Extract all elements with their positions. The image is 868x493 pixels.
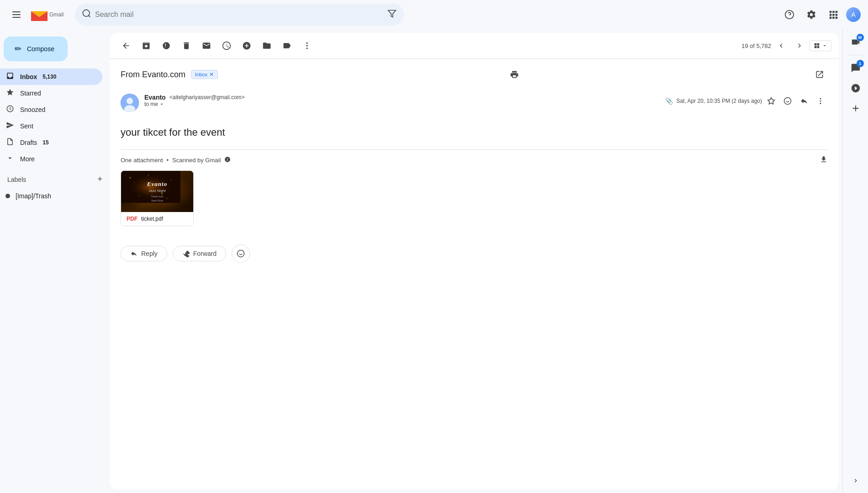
labels-heading: Labels + (0, 171, 110, 188)
right-panel-chat-icon[interactable]: 1 (847, 59, 865, 77)
to-me[interactable]: to me (144, 101, 660, 107)
svg-point-17 (306, 45, 307, 46)
settings-icon[interactable] (802, 5, 820, 24)
scanned-label: Scanned by Gmail (172, 157, 221, 164)
attachment-section: One attachment • Scanned by Gmail (121, 149, 828, 226)
svg-point-27 (784, 98, 791, 105)
paper-clip-icon: 📎 (665, 97, 673, 105)
menu-icon[interactable] (7, 5, 26, 24)
add-label-icon[interactable]: + (97, 175, 102, 184)
svg-rect-20 (817, 43, 820, 46)
reply-inline-button[interactable] (797, 94, 811, 108)
label-button[interactable] (278, 37, 296, 55)
search-filter-icon[interactable] (387, 9, 397, 21)
ticket-brand: Evanto (147, 180, 167, 188)
chat-badge: 1 (857, 60, 864, 67)
svg-point-41 (238, 250, 244, 257)
snooze-button[interactable] (217, 37, 236, 55)
info-icon[interactable] (224, 156, 231, 164)
avatar[interactable]: A (846, 7, 861, 22)
inbox-badge[interactable]: Inbox ✕ (191, 70, 218, 79)
email-from-header: From Evanto.com Inbox ✕ (110, 59, 839, 86)
gmail-logo: Gmail (31, 8, 68, 21)
view-toggle-button[interactable] (810, 40, 831, 51)
sender-email: <aitelghariyasser@gmail.com> (169, 94, 245, 101)
right-panel-expand-icon[interactable] (848, 473, 863, 489)
svg-point-35 (130, 177, 131, 179)
svg-rect-8 (836, 11, 838, 13)
reply-button[interactable]: Reply (121, 246, 167, 261)
sidebar-item-label: Sent (20, 122, 33, 130)
draft-icon (5, 138, 15, 148)
compose-button[interactable]: ✏ Compose (4, 37, 68, 61)
move-to-button[interactable] (258, 37, 276, 55)
sidebar: ✏ Compose Inbox 5,130 Starred (0, 29, 110, 493)
svg-rect-12 (830, 17, 832, 19)
svg-rect-19 (815, 43, 817, 46)
email-toolbar: 19 of 5,782 (110, 33, 839, 59)
svg-rect-2 (12, 17, 21, 18)
forward-button[interactable]: Forward (173, 246, 226, 261)
print-button[interactable] (506, 66, 523, 83)
attachment-preview: Evanto Jazz Night Ticket InfoSeat Row (121, 171, 193, 212)
back-button[interactable] (117, 37, 135, 55)
attachment-filename: ticket.pdf (141, 216, 163, 222)
sidebar-item-label: Drafts (20, 139, 37, 146)
svg-rect-9 (830, 14, 832, 16)
right-panel: M 1 (842, 29, 868, 493)
inbox-count: 5,130 (42, 74, 56, 80)
sidebar-item-more[interactable]: More (0, 151, 102, 167)
close-badge-icon[interactable]: ✕ (209, 71, 214, 78)
search-input[interactable] (95, 11, 384, 19)
sidebar-item-snoozed[interactable]: Snoozed (0, 101, 102, 118)
attachment-card[interactable]: Evanto Jazz Night Ticket InfoSeat Row PD… (121, 170, 194, 226)
right-panel-spaces-icon[interactable] (847, 79, 865, 97)
add-task-button[interactable] (238, 37, 256, 55)
sidebar-item-drafts[interactable]: Drafts 15 (0, 134, 102, 151)
more-actions-button[interactable] (298, 37, 316, 55)
svg-marker-26 (768, 98, 775, 104)
email-content: From Evanto.com Inbox ✕ (110, 59, 839, 489)
sidebar-item-label: Inbox (20, 73, 37, 80)
star-icon (5, 88, 15, 98)
pdf-icon: PDF (127, 216, 138, 222)
next-email-button[interactable] (791, 37, 808, 54)
emoji-reaction-button[interactable] (780, 94, 795, 108)
sidebar-item-starred[interactable]: Starred (0, 85, 102, 101)
delete-button[interactable] (177, 37, 196, 55)
sidebar-item-inbox[interactable]: Inbox 5,130 (0, 69, 102, 85)
attachment-label: One attachment (121, 157, 163, 164)
email-main-area: 19 of 5,782 From Evant (110, 33, 839, 489)
svg-rect-0 (12, 11, 21, 12)
mark-unread-button[interactable] (197, 37, 216, 55)
right-panel-add-icon[interactable] (847, 99, 865, 117)
help-icon[interactable] (780, 5, 799, 24)
report-spam-button[interactable] (157, 37, 175, 55)
svg-text:Gmail: Gmail (49, 11, 64, 18)
search-icon (82, 9, 91, 21)
open-in-new-button[interactable] (811, 66, 828, 83)
label-name: [Imap]/Trash (16, 192, 51, 200)
email-date: Sat, Apr 20, 10:35 PM (2 days ago) (677, 98, 762, 104)
sidebar-item-sent[interactable]: Sent (0, 118, 102, 134)
message-header: Evanto <aitelghariyasser@gmail.com> to m… (110, 86, 839, 119)
chevron-down-icon (5, 154, 15, 164)
svg-point-31 (820, 101, 821, 102)
svg-rect-22 (817, 46, 820, 48)
star-message-button[interactable] (764, 94, 778, 108)
archive-button[interactable] (137, 37, 155, 55)
emoji-reply-button[interactable] (232, 244, 250, 263)
meet-badge: M (857, 34, 864, 41)
from-text: From Evanto.com (121, 70, 185, 80)
svg-point-36 (171, 180, 172, 180)
svg-point-30 (820, 98, 821, 99)
save-to-drive-button[interactable] (820, 155, 828, 165)
prev-email-button[interactable] (773, 37, 789, 54)
svg-point-18 (306, 48, 307, 49)
right-panel-meet-icon[interactable]: M (847, 33, 865, 51)
apps-icon[interactable] (824, 5, 842, 24)
svg-rect-7 (832, 11, 835, 13)
label-item-imap-trash[interactable]: [Imap]/Trash (0, 188, 102, 204)
sender-info: Evanto <aitelghariyasser@gmail.com> to m… (144, 94, 660, 107)
message-more-button[interactable] (813, 94, 828, 108)
